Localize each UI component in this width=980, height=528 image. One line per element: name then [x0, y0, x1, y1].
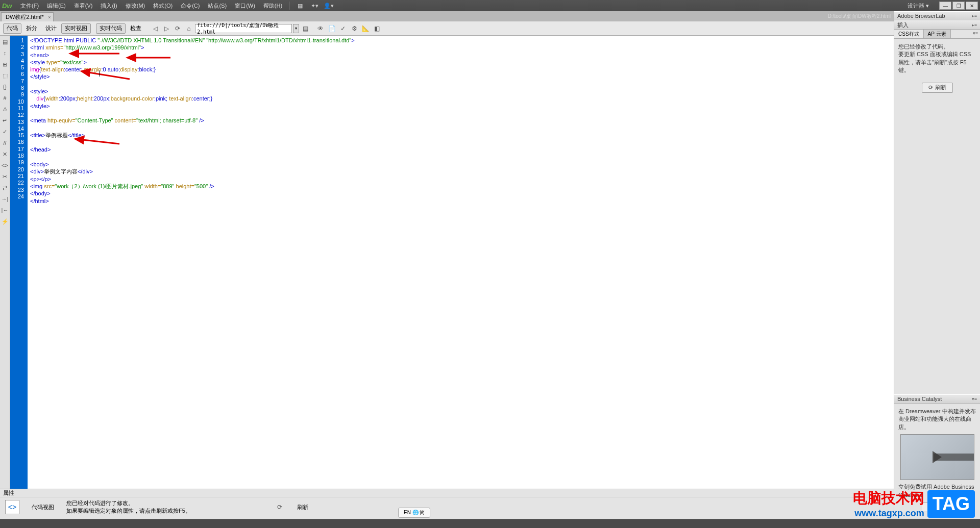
- menu-item[interactable]: 站点(S): [204, 3, 231, 9]
- css-panel-tabs: CSS样式 AP 元素 ▾≡: [894, 30, 980, 39]
- separator: [289, 2, 290, 10]
- menu-item[interactable]: 修改(M): [121, 3, 150, 9]
- outdent-icon[interactable]: |←: [1, 206, 9, 214]
- watermark-tag: TAG: [927, 490, 975, 518]
- panel-insert[interactable]: 插入▸≡: [894, 20, 980, 30]
- menu-item[interactable]: 命令(C): [177, 3, 204, 9]
- collapse-tag-icon[interactable]: ↕: [1, 49, 9, 57]
- app-logo: Dw: [2, 2, 16, 10]
- close-button[interactable]: ✕: [966, 2, 978, 10]
- indent-icon[interactable]: →|: [1, 195, 9, 203]
- watermark-cn: 电脑技术网: [853, 489, 924, 508]
- extend-icon[interactable]: ✦▾: [309, 2, 320, 10]
- ime-indicator[interactable]: EN 🌐 简: [398, 508, 430, 518]
- panel-business-catalyst[interactable]: Business Catalyst▾≡: [894, 394, 980, 404]
- app-footer: [0, 519, 980, 528]
- remove-comment-icon[interactable]: ✕: [1, 150, 9, 158]
- nav-back-icon[interactable]: ◁: [150, 23, 160, 34]
- props-refresh-label: 刷新: [297, 504, 308, 511]
- address-field[interactable]: file:///D|/tools/桌面/DW教程2.html: [195, 24, 292, 33]
- close-tab-icon[interactable]: ×: [48, 15, 51, 20]
- menu-item[interactable]: 格式(O): [149, 3, 177, 9]
- coding-toolbar: ▤ ↕ ⊞ ⬚ {} # ⚠ ↵ ✓ // ✕ <> ✂ ⇄ →| |← ⚡: [0, 36, 10, 519]
- minimize-button[interactable]: —: [939, 2, 951, 10]
- line-gutter: 123456789101112131415161718192021222324: [10, 36, 28, 503]
- word-wrap-icon[interactable]: ↵: [1, 116, 9, 124]
- select-parent-icon[interactable]: ⬚: [1, 71, 9, 80]
- layout-icon[interactable]: ▦: [295, 2, 305, 10]
- maximize-button[interactable]: ❐: [952, 2, 965, 10]
- tab-css-styles[interactable]: CSS样式: [894, 30, 924, 38]
- view-live-button[interactable]: 实时视图: [61, 23, 91, 34]
- menubar: Dw 文件(F)编辑(E)查看(V)插入(I)修改(M)格式(O)命令(C)站点…: [0, 0, 980, 11]
- document-path: D:\tools\桌面\DW教程2.html: [828, 13, 891, 20]
- bc-msg: 在 Dreamweaver 中构建并发布商业网站和功能强大的在线商店。: [898, 408, 976, 431]
- edge-icon[interactable]: ◧: [372, 23, 382, 34]
- workspace-switcher[interactable]: 设计器 ▾: [903, 2, 933, 10]
- highlight-invalid-icon[interactable]: ⚠: [1, 105, 9, 113]
- properties-panel: 属性 <> 代码视图 您已经对代码进行了修改。 如果要编辑选定对象的属性，请点击…: [0, 489, 894, 519]
- svg-line-2: [89, 72, 130, 79]
- menu-item[interactable]: 编辑(E): [43, 3, 70, 9]
- code-editor[interactable]: 123456789101112131415161718192021222324 …: [10, 36, 894, 519]
- watermark-url: www.tagxp.com: [853, 508, 924, 519]
- nav-refresh-icon[interactable]: ⟳: [173, 23, 183, 34]
- svg-line-3: [83, 140, 119, 144]
- tab-ap-elements[interactable]: AP 元素: [924, 30, 951, 38]
- expand-all-icon[interactable]: ⊞: [1, 60, 9, 68]
- preview-icon[interactable]: 👁: [315, 23, 326, 34]
- menu-item[interactable]: 插入(I): [96, 3, 121, 9]
- balance-braces-icon[interactable]: {}: [1, 83, 9, 91]
- menu-item[interactable]: 帮助(H): [259, 3, 286, 9]
- line-numbers-icon[interactable]: #: [1, 94, 9, 102]
- properties-title[interactable]: 属性: [0, 489, 894, 497]
- open-docs-icon[interactable]: ▤: [1, 38, 9, 46]
- format-source-icon[interactable]: ⚡: [1, 217, 9, 225]
- options-icon[interactable]: ▤: [300, 23, 310, 34]
- view-split-button[interactable]: 拆分: [22, 23, 41, 34]
- wrap-tag-icon[interactable]: <>: [1, 161, 9, 169]
- refresh-icon[interactable]: ⟳: [275, 502, 285, 512]
- code-content[interactable]: <!DOCTYPE html PUBLIC "-//W3C//DTD XHTML…: [28, 36, 894, 503]
- view-design-button[interactable]: 设计: [42, 23, 60, 34]
- menu-item[interactable]: 查看(V): [70, 3, 97, 9]
- validate-icon[interactable]: ✓: [338, 23, 348, 34]
- props-label: 代码视图: [32, 504, 54, 511]
- file-mgmt-icon[interactable]: 📄: [327, 23, 337, 34]
- inspect-button[interactable]: 检查: [127, 23, 145, 34]
- apply-comment-icon[interactable]: //: [1, 139, 9, 147]
- live-code-button[interactable]: 实时代码: [96, 23, 126, 34]
- menu-item[interactable]: 窗口(W): [231, 3, 259, 9]
- recent-snippets-icon[interactable]: ✂: [1, 172, 9, 181]
- css-refresh-button[interactable]: ⟳ 刷新: [922, 83, 953, 93]
- props-msg2: 如果要编辑选定对象的属性，请点击刷新或按F5。: [66, 507, 191, 515]
- syntax-error-icon[interactable]: ✓: [1, 128, 9, 136]
- bc-video-thumb[interactable]: [900, 434, 974, 480]
- css-msg2: 要更新 CSS 面板或编辑 CSS 属性，请单击"刷新"或按 F5 键。: [898, 51, 976, 74]
- check-page-icon[interactable]: ⚙: [349, 23, 359, 34]
- document-tab[interactable]: DW教程2.html* ×: [1, 12, 54, 21]
- css-msg1: 您已经修改了代码。: [898, 43, 976, 51]
- css-panel-body: 您已经修改了代码。 要更新 CSS 面板或编辑 CSS 属性，请单击"刷新"或按…: [894, 39, 980, 100]
- document-tab-label: DW教程2.html*: [6, 13, 44, 21]
- menu-item[interactable]: 文件(F): [16, 3, 43, 9]
- sync-icon[interactable]: 👤▾: [324, 2, 334, 10]
- visual-aids-icon[interactable]: 📐: [360, 23, 371, 34]
- panel-dock: Adobe BrowserLab▸≡ 插入▸≡ CSS样式 AP 元素 ▾≡ 您…: [894, 11, 980, 519]
- document-tab-bar: DW教程2.html* × D:\tools\桌面\DW教程2.html: [0, 11, 980, 21]
- panel-browserlab[interactable]: Adobe BrowserLab▸≡: [894, 11, 980, 20]
- props-msg1: 您已经对代码进行了修改。: [66, 499, 191, 507]
- address-dropdown-icon[interactable]: ▾: [293, 24, 299, 33]
- watermark: 电脑技术网 www.tagxp.com TAG: [853, 489, 975, 519]
- move-css-icon[interactable]: ⇄: [1, 184, 9, 192]
- nav-forward-icon[interactable]: ▷: [161, 23, 172, 34]
- document-toolbar: 代码 拆分 设计 实时视图 实时代码 检查 ◁ ▷ ⟳ ⌂ file:///D|…: [0, 21, 980, 36]
- nav-home-icon[interactable]: ⌂: [184, 23, 194, 34]
- view-code-button[interactable]: 代码: [3, 23, 21, 34]
- code-view-icon: <>: [5, 500, 19, 514]
